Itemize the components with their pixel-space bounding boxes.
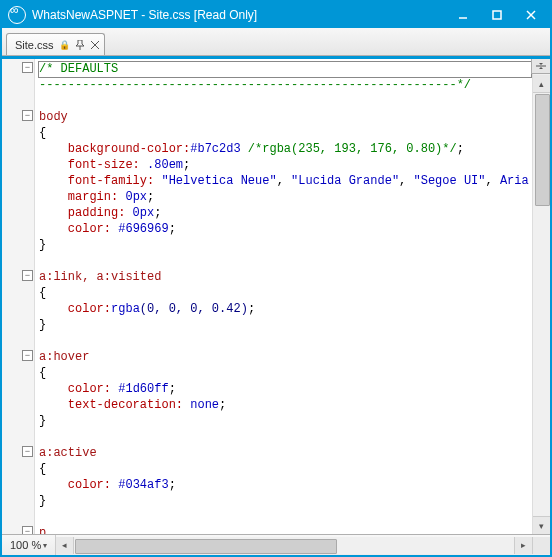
fold-toggle[interactable]: −	[22, 446, 33, 457]
code-viewport[interactable]: /* DEFAULTS ----------------------------…	[35, 59, 532, 534]
zoom-control[interactable]: 100 % ▾	[2, 535, 56, 555]
window-title: WhatsNewASPNET - Site.css [Read Only]	[32, 8, 448, 22]
close-button[interactable]	[516, 5, 546, 25]
svg-marker-7	[539, 63, 543, 65]
scroll-down-button[interactable]: ▾	[533, 516, 550, 534]
horizontal-scroll-thumb[interactable]	[75, 539, 337, 554]
fold-toggle[interactable]: −	[22, 350, 33, 361]
tab-site-css[interactable]: Site.css 🔒	[6, 33, 105, 55]
vertical-scrollbar[interactable]: ▾ ▴ ▾	[532, 59, 550, 534]
code-content: /* DEFAULTS ----------------------------…	[35, 59, 532, 534]
outline-gutter: − − − − − −	[2, 59, 35, 534]
code-editor[interactable]: − − − − − − /* DEFAULTS ----------------…	[2, 59, 550, 534]
split-handle[interactable]	[531, 59, 550, 74]
close-icon	[525, 9, 537, 21]
tab-close-button[interactable]	[90, 40, 100, 50]
scroll-up-button[interactable]: ▴	[533, 75, 550, 93]
window-controls	[448, 5, 546, 25]
horizontal-scrollbar[interactable]: ◂ ▸	[56, 537, 532, 554]
zoom-dropdown-icon: ▾	[43, 541, 47, 550]
fold-toggle[interactable]: −	[22, 270, 33, 281]
scroll-right-button[interactable]: ▸	[514, 537, 532, 554]
zoom-value: 100 %	[10, 539, 41, 551]
split-icon	[535, 62, 547, 70]
svg-marker-8	[539, 67, 543, 69]
scroll-left-button[interactable]: ◂	[56, 537, 74, 554]
document-tabbar: Site.css 🔒	[2, 28, 550, 56]
tab-label: Site.css	[15, 39, 54, 51]
maximize-icon	[491, 9, 503, 21]
lock-icon: 🔒	[59, 40, 70, 50]
minimize-icon	[457, 9, 469, 21]
minimize-button[interactable]	[448, 5, 478, 25]
statusbar: 100 % ▾ ◂ ▸	[2, 534, 550, 555]
fold-toggle[interactable]: −	[22, 62, 33, 73]
svg-rect-1	[493, 11, 501, 19]
scroll-corner	[532, 537, 550, 554]
app-icon	[8, 6, 26, 24]
vertical-scroll-thumb[interactable]	[535, 94, 550, 206]
fold-toggle[interactable]: −	[22, 110, 33, 121]
pin-button[interactable]	[75, 40, 85, 50]
titlebar: WhatsNewASPNET - Site.css [Read Only]	[2, 2, 550, 28]
close-icon	[90, 40, 100, 50]
pin-icon	[75, 40, 85, 50]
window-root: WhatsNewASPNET - Site.css [Read Only] Si…	[0, 0, 552, 557]
fold-toggle[interactable]: −	[22, 526, 33, 534]
maximize-button[interactable]	[482, 5, 512, 25]
